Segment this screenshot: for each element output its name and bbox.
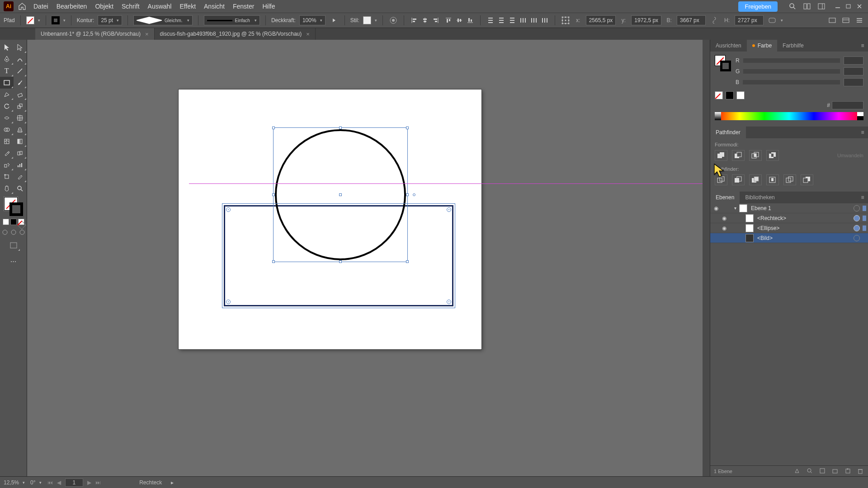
minimize-icon[interactable]	[835, 3, 843, 9]
document-tab[interactable]: discus-fish-gab493f9b8_1920.jpg @ 25 % (…	[155, 28, 316, 40]
black-swatch-icon[interactable]	[726, 91, 734, 99]
white-swatch-icon[interactable]	[736, 91, 745, 99]
w-value-input[interactable]: 3667 px	[677, 15, 706, 25]
graphic-style-swatch[interactable]	[363, 16, 371, 24]
search-icon[interactable]	[788, 1, 797, 11]
type-tool[interactable]: T	[0, 65, 14, 77]
layer-row[interactable]: ◉ <Ellipse>	[710, 223, 868, 233]
workspace-icon[interactable]	[816, 1, 826, 11]
shaper-tool[interactable]	[0, 89, 14, 100]
menu-help[interactable]: Hilfe	[262, 3, 275, 10]
exclude-button[interactable]	[766, 150, 779, 161]
curvature-tool[interactable]	[14, 53, 27, 65]
new-sublayer-icon[interactable]	[832, 468, 839, 475]
b-input[interactable]	[844, 78, 863, 86]
merge-button[interactable]	[749, 174, 762, 185]
menu-object[interactable]: Objekt	[95, 3, 113, 10]
distribute-vcenter-icon[interactable]	[497, 16, 506, 25]
align-center-h-icon[interactable]	[420, 16, 429, 25]
chevron-down-icon[interactable]: ▾	[63, 18, 66, 23]
brush-select[interactable]: Einfach	[204, 15, 260, 25]
status-menu-icon[interactable]: ▸	[171, 479, 174, 486]
tab-color[interactable]: Farbe	[747, 40, 777, 52]
tab-align[interactable]: Ausrichten	[710, 40, 747, 52]
artboard-tool[interactable]	[0, 171, 14, 183]
r-slider[interactable]	[743, 58, 840, 63]
panel-fill-stroke[interactable]	[715, 55, 731, 71]
locate-object-icon[interactable]	[794, 468, 801, 475]
divide-button[interactable]	[715, 174, 727, 185]
align-left-icon[interactable]	[410, 16, 419, 25]
vertical-scrollbar[interactable]	[703, 40, 710, 476]
blend-tool[interactable]	[14, 147, 27, 159]
search-layer-icon[interactable]	[807, 468, 814, 475]
tab-pathfinder[interactable]: Pathfinder	[710, 127, 746, 138]
document-tab[interactable]: Unbenannt-1* @ 12,5 % (RGB/Vorschau)×	[35, 28, 155, 40]
g-slider[interactable]	[743, 69, 840, 74]
more-options-icon[interactable]	[329, 15, 339, 25]
trim-button[interactable]	[732, 174, 745, 185]
mesh-tool[interactable]	[0, 136, 14, 147]
fill-stroke-control[interactable]	[4, 197, 23, 216]
align-bottom-icon[interactable]	[466, 16, 475, 25]
prefs-icon[interactable]	[841, 15, 851, 25]
home-icon[interactable]	[17, 1, 27, 11]
rotate-tool[interactable]	[0, 100, 14, 112]
panel-menu-icon[interactable]: ≡	[857, 127, 868, 138]
stroke-profile-select[interactable]: Gleichm.	[133, 15, 192, 25]
visibility-icon[interactable]: ◉	[718, 215, 730, 221]
layer-name[interactable]: <Bild>	[757, 235, 854, 241]
symbol-sprayer-tool[interactable]	[0, 159, 14, 171]
scale-tool[interactable]	[14, 100, 27, 112]
new-layer-icon[interactable]	[844, 468, 852, 475]
gradient-tool[interactable]	[14, 136, 27, 147]
selection-tool[interactable]	[0, 42, 14, 53]
last-artboard-icon[interactable]: ⏭	[95, 479, 101, 486]
chevron-down-icon[interactable]: ▾	[38, 18, 40, 23]
screen-mode-icon[interactable]	[7, 239, 20, 251]
distribute-right-icon[interactable]	[540, 16, 549, 25]
panel-menu-icon[interactable]	[854, 15, 864, 25]
target-icon[interactable]	[854, 235, 860, 241]
g-input[interactable]	[844, 67, 863, 75]
visibility-icon[interactable]: ◉	[710, 205, 722, 211]
close-tab-icon[interactable]: ×	[306, 31, 310, 38]
first-artboard-icon[interactable]: ⏮	[47, 479, 53, 486]
share-button[interactable]: Freigeben	[738, 1, 778, 12]
direct-selection-tool[interactable]	[14, 42, 27, 53]
color-mode-swatches[interactable]	[3, 219, 24, 225]
crop-button[interactable]	[766, 174, 779, 185]
stroke-weight-select[interactable]: 25 pt	[98, 15, 122, 25]
tab-layers[interactable]: Ebenen	[710, 192, 740, 203]
y-value-input[interactable]: 1972,5 px	[631, 15, 661, 25]
eyedropper-tool[interactable]	[0, 147, 14, 159]
target-icon[interactable]	[854, 225, 860, 231]
menu-effect[interactable]: Effekt	[179, 3, 196, 10]
menu-file[interactable]: Datei	[33, 3, 48, 10]
recolor-icon[interactable]	[388, 15, 398, 25]
close-tab-icon[interactable]: ×	[145, 31, 149, 38]
chevron-down-icon[interactable]: ▾	[781, 18, 783, 23]
link-wh-icon[interactable]	[709, 15, 719, 25]
draw-normal-icon[interactable]	[1, 229, 9, 236]
layer-name[interactable]: <Rechteck>	[757, 215, 854, 221]
outline-button[interactable]	[783, 174, 796, 185]
prev-artboard-icon[interactable]: ◀	[56, 479, 62, 486]
maximize-icon[interactable]	[845, 3, 854, 9]
perspective-tool[interactable]	[14, 124, 27, 136]
canvas[interactable]	[27, 40, 710, 476]
target-icon[interactable]	[854, 215, 860, 221]
intersect-button[interactable]	[749, 150, 762, 161]
layer-row[interactable]: <Bild>	[710, 233, 868, 243]
menu-select[interactable]: Auswahl	[148, 3, 172, 10]
b-slider[interactable]	[743, 80, 840, 84]
none-swatch-icon[interactable]	[715, 91, 723, 99]
panel-menu-icon[interactable]: ≡	[857, 192, 868, 203]
clipping-mask-icon[interactable]	[819, 468, 826, 475]
h-value-input[interactable]: 2727 px	[735, 15, 764, 25]
color-spectrum[interactable]	[715, 112, 863, 120]
transform-ref-icon[interactable]	[561, 15, 571, 25]
unite-button[interactable]	[715, 150, 727, 161]
minus-back-button[interactable]	[801, 174, 813, 185]
align-center-v-icon[interactable]	[455, 16, 464, 25]
